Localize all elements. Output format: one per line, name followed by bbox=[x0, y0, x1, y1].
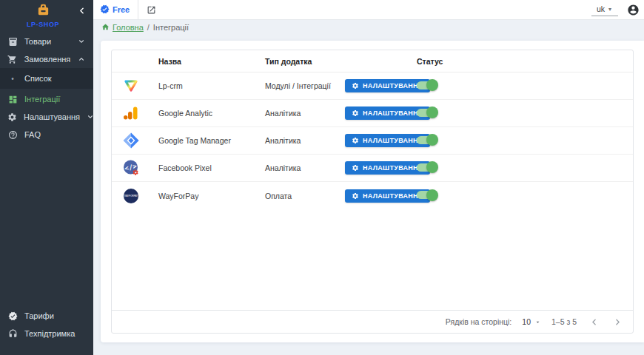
sidebar-item-label: Список bbox=[24, 74, 52, 83]
headset-icon bbox=[7, 329, 18, 339]
row-type: Аналітика bbox=[265, 109, 345, 118]
svg-text:WAYFORPAY: WAYFORPAY bbox=[124, 195, 138, 197]
topbar: Free uk ▾ bbox=[93, 0, 644, 20]
sidebar-collapse-icon[interactable] bbox=[76, 4, 87, 16]
row-type: Модулі / Інтеграції bbox=[265, 81, 345, 90]
sidebar-item-label: Товари bbox=[24, 37, 70, 46]
table-pagination: Рядків на сторінці: 10 1–5 з 5 bbox=[112, 310, 633, 333]
shop-bag-icon bbox=[36, 3, 50, 20]
breadcrumb: Головна / Інтеграції bbox=[93, 20, 644, 35]
home-icon bbox=[101, 23, 110, 33]
row-type: Аналітика bbox=[265, 163, 345, 172]
topbar-right: uk ▾ bbox=[591, 3, 644, 16]
table-row: Lp-crm Модулі / Інтеграції НАЛАШТУВАННЯ bbox=[112, 72, 633, 100]
row-name: Facebook Pixel bbox=[158, 163, 265, 172]
table-empty-space bbox=[112, 209, 633, 310]
chevron-down-icon bbox=[77, 38, 86, 45]
breadcrumb-home-label: Головна bbox=[113, 23, 144, 32]
row-name: Google Analytic bbox=[158, 109, 265, 118]
language-value: uk bbox=[597, 4, 605, 13]
google-analytics-logo-icon bbox=[122, 104, 158, 122]
settings-button-label: НАЛАШТУВАННЯ bbox=[363, 164, 423, 172]
facebook-pixel-logo-icon: </> bbox=[122, 159, 158, 177]
verified-badge-icon bbox=[7, 311, 18, 321]
status-toggle-on[interactable] bbox=[417, 161, 438, 173]
previous-page-icon[interactable] bbox=[587, 315, 600, 328]
sidebar-nav: Товари Замовлення • Список bbox=[0, 33, 93, 355]
pagination-range: 1–5 з 5 bbox=[551, 317, 577, 326]
next-page-icon[interactable] bbox=[611, 315, 624, 328]
chevron-up-icon bbox=[77, 55, 86, 63]
gear-icon bbox=[7, 112, 17, 122]
status-toggle-on[interactable] bbox=[417, 106, 438, 118]
status-toggle-on[interactable] bbox=[417, 79, 438, 91]
open-in-new-icon[interactable] bbox=[147, 5, 156, 15]
brand-name: LP-SHOP bbox=[27, 21, 59, 28]
app-window: LP-SHOP Товари Замовлення bbox=[0, 0, 644, 355]
help-icon bbox=[7, 130, 18, 140]
wayforpay-logo-icon: WAYFORPAY bbox=[122, 187, 158, 205]
sidebar-item-label: Техпідтримка bbox=[24, 329, 86, 338]
sidebar-item-orders-list[interactable]: • Список bbox=[0, 69, 93, 88]
column-header-status: Статус bbox=[417, 57, 633, 66]
settings-button-label: НАЛАШТУВАННЯ bbox=[363, 109, 423, 117]
orders-submenu: • Список bbox=[0, 68, 93, 89]
status-toggle-on[interactable] bbox=[417, 134, 438, 146]
cart-icon bbox=[7, 55, 18, 64]
main-area: Free uk ▾ Головна bbox=[93, 0, 644, 355]
sidebar-item-label: Замовлення bbox=[24, 55, 71, 64]
sidebar-item-label: FAQ bbox=[24, 130, 86, 139]
row-name: Lp-crm bbox=[158, 81, 265, 90]
inventory-box-icon bbox=[7, 37, 18, 47]
settings-button-label: НАЛАШТУВАННЯ bbox=[363, 82, 423, 89]
column-header-type: Тип додатка bbox=[265, 57, 345, 66]
sidebar-item-orders[interactable]: Замовлення bbox=[0, 50, 93, 68]
rows-per-page-label: Рядків на сторінці: bbox=[446, 317, 511, 326]
sidebar-item-support[interactable]: Техпідтримка bbox=[0, 325, 93, 342]
row-type: Аналітика bbox=[265, 136, 345, 145]
table-row: WAYFORPAY WayForPay Оплата НАЛАШТУВАННЯ bbox=[112, 182, 633, 209]
dashboard-grid-icon bbox=[7, 95, 18, 104]
topbar-divider bbox=[138, 0, 138, 19]
account-icon[interactable] bbox=[627, 4, 640, 16]
row-type: Оплата bbox=[265, 192, 345, 200]
language-select[interactable]: uk ▾ bbox=[591, 3, 618, 16]
column-header-name: Назва bbox=[158, 57, 265, 66]
sidebar-item-integrations[interactable]: Інтеграції bbox=[0, 90, 93, 108]
table-row: Google Analytic Аналітика НАЛАШТУВАННЯ bbox=[112, 100, 633, 127]
row-name: Google Tag Manager bbox=[158, 136, 265, 145]
google-tag-manager-logo-icon bbox=[122, 132, 158, 149]
table-row: Google Tag Manager Аналітика НАЛАШТУВАНН… bbox=[112, 127, 633, 155]
verified-check-icon bbox=[100, 4, 110, 16]
plan-badge-label: Free bbox=[113, 5, 130, 14]
rows-per-page-select[interactable]: 10 bbox=[522, 317, 541, 326]
sidebar-header: LP-SHOP bbox=[0, 0, 93, 33]
status-toggle-on[interactable] bbox=[417, 189, 438, 201]
caret-down-icon: ▾ bbox=[608, 6, 611, 13]
row-name: WayForPay bbox=[158, 192, 265, 200]
table-header-row: Назва Тип додатка Статус bbox=[112, 50, 633, 72]
sidebar-item-label: Інтеграції bbox=[24, 95, 86, 104]
sidebar-item-faq[interactable]: FAQ bbox=[0, 126, 93, 143]
settings-button-label: НАЛАШТУВАННЯ bbox=[363, 192, 423, 200]
breadcrumb-separator: / bbox=[147, 23, 150, 32]
sidebar-spacer bbox=[0, 143, 93, 307]
sidebar-bottom: Тарифи Техпідтримка bbox=[0, 307, 93, 355]
sidebar-item-label: Налаштування bbox=[24, 112, 80, 121]
plan-badge[interactable]: Free bbox=[100, 4, 138, 16]
bullet-icon: • bbox=[7, 75, 18, 83]
brand-logo[interactable]: LP-SHOP bbox=[9, 3, 77, 28]
settings-button-label: НАЛАШТУВАННЯ bbox=[363, 137, 423, 144]
sidebar-item-products[interactable]: Товари bbox=[0, 33, 93, 50]
table-row: </> Facebook Pixel Аналітика НАЛАШТУВАНН… bbox=[112, 155, 633, 182]
caret-down-icon bbox=[534, 319, 541, 325]
integrations-table: Назва Тип додатка Статус bbox=[111, 50, 634, 334]
sidebar: LP-SHOP Товари Замовлення bbox=[0, 0, 93, 355]
rows-per-page-value: 10 bbox=[522, 317, 531, 326]
breadcrumb-current: Інтеграції bbox=[153, 23, 189, 32]
content-panel: Назва Тип додатка Статус bbox=[101, 41, 644, 342]
sidebar-item-label: Тарифи bbox=[24, 311, 86, 320]
breadcrumb-home-link[interactable]: Головна bbox=[101, 23, 144, 33]
sidebar-item-tariffs[interactable]: Тарифи bbox=[0, 307, 93, 325]
sidebar-item-settings[interactable]: Налаштування bbox=[0, 108, 93, 126]
